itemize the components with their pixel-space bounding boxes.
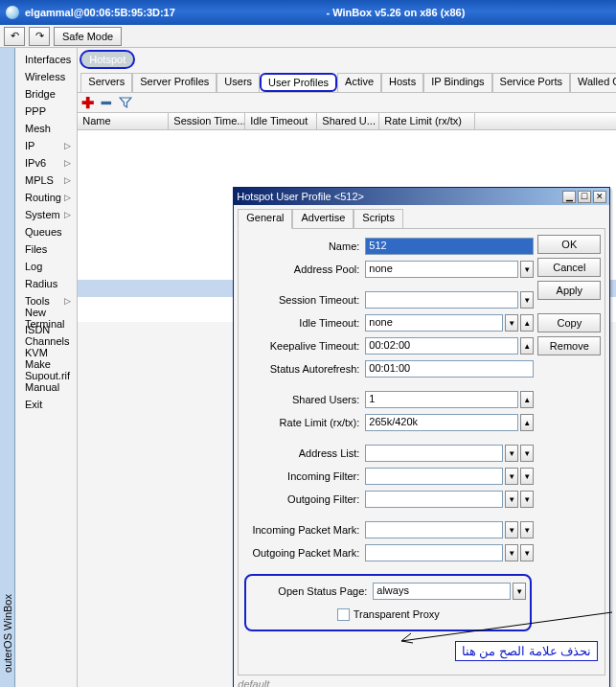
rate-limit-input[interactable]: 265k/420k — [365, 414, 518, 431]
idle-timeout-dropdown[interactable]: ▼ — [505, 314, 518, 332]
sub-tab-users[interactable]: Users — [217, 73, 260, 92]
grid-col-0[interactable]: Name — [78, 113, 169, 129]
sidebar-item-radius[interactable]: Radius — [15, 275, 77, 292]
dialog-tab-bar: GeneralAdvertiseScripts — [238, 209, 605, 228]
outgoing-packet-mark-expand[interactable]: ▼ — [520, 544, 534, 561]
address-list-label: Address List: — [242, 447, 365, 459]
sidebar-item-label: Bridge — [25, 88, 56, 100]
cancel-button[interactable]: Cancel — [537, 258, 601, 277]
sidebar-item-queues[interactable]: Queues — [15, 223, 77, 240]
sidebar-item-exit[interactable]: Exit — [15, 396, 77, 413]
address-pool-dropdown[interactable]: ▼ — [520, 261, 534, 278]
grid-col-2[interactable]: Idle Timeout — [245, 113, 317, 129]
remove-profile-button[interactable]: Remove — [537, 336, 601, 355]
address-list-input[interactable] — [365, 445, 503, 462]
annotation-note: نحذف علامة الصح من هنا — [455, 641, 598, 661]
name-input[interactable]: 512 — [365, 238, 534, 255]
sidebar-item-label: Wireless — [25, 71, 65, 82]
sidebar-item-system[interactable]: System▷ — [15, 206, 77, 223]
outgoing-filter-input[interactable] — [365, 491, 503, 508]
address-list-expand[interactable]: ▼ — [520, 445, 534, 462]
outgoing-packet-mark-input[interactable] — [365, 544, 503, 561]
sidebar-item-routing[interactable]: Routing▷ — [15, 189, 77, 206]
side-label-text: outerOS WinBox — [2, 594, 13, 673]
maximize-button[interactable]: ☐ — [578, 191, 591, 203]
session-timeout-expand[interactable]: ▼ — [520, 291, 534, 309]
sidebar-item-interfaces[interactable]: Interfaces — [15, 51, 77, 68]
keepalive-timeout-label: Keepalive Timeout: — [242, 340, 365, 352]
dialog-tab-scripts[interactable]: Scripts — [354, 209, 403, 228]
sidebar-item-label: IPv6 — [25, 157, 46, 169]
ok-button[interactable]: OK — [537, 235, 601, 254]
incoming-packet-mark-input[interactable] — [365, 521, 503, 538]
sub-tab-ip-bindings[interactable]: IP Bindings — [423, 73, 491, 92]
idle-timeout-collapse[interactable]: ▲ — [520, 314, 534, 332]
transparent-proxy-label: Transparent Proxy — [354, 608, 440, 620]
sub-tab-walled-ga[interactable]: Walled Ga — [570, 73, 616, 92]
sub-tab-servers[interactable]: Servers — [80, 73, 132, 92]
sidebar-item-mpls[interactable]: MPLS▷ — [15, 172, 77, 189]
sidebar-item-ppp[interactable]: PPP — [15, 103, 77, 120]
keepalive-timeout-input[interactable]: 00:02:00 — [365, 337, 518, 355]
outgoing-filter-expand[interactable]: ▼ — [520, 491, 534, 508]
dialog-tab-general[interactable]: General — [238, 209, 292, 229]
status-autorefresh-input[interactable]: 00:01:00 — [365, 360, 534, 378]
open-status-input[interactable]: always — [373, 583, 511, 600]
outgoing-filter-dropdown[interactable]: ▼ — [505, 491, 518, 508]
incoming-packet-mark-dropdown[interactable]: ▼ — [505, 521, 518, 538]
grid-col-4[interactable]: Rate Limit (rx/tx) — [379, 113, 475, 129]
incoming-filter-input[interactable] — [365, 468, 503, 485]
redo-button[interactable]: ↷ — [29, 27, 50, 46]
sidebar-item-files[interactable]: Files — [15, 240, 77, 258]
sidebar-item-log[interactable]: Log — [15, 258, 77, 275]
open-status-dropdown[interactable]: ▼ — [513, 583, 526, 600]
title-app: - WinBox v5.26 on x86 (x86) — [327, 7, 466, 18]
sidebar-item-wireless[interactable]: Wireless — [15, 68, 77, 85]
close-button[interactable]: ✕ — [593, 191, 606, 203]
sidebar-item-ip[interactable]: IP▷ — [15, 137, 77, 154]
idle-timeout-input[interactable]: none — [365, 314, 503, 332]
sub-tab-service-ports[interactable]: Service Ports — [492, 73, 570, 92]
sub-tab-hosts[interactable]: Hosts — [381, 73, 423, 92]
sidebar-item-make-supout-rif[interactable]: Make Supout.rif — [15, 361, 77, 378]
shared-users-collapse[interactable]: ▲ — [520, 391, 534, 408]
copy-button[interactable]: Copy — [537, 313, 601, 332]
sidebar-item-mesh[interactable]: Mesh — [15, 120, 77, 137]
grid-header: NameSession Time...Idle TimeoutShared U.… — [78, 113, 616, 130]
dialog-form: Name:512Address Pool:none▼Session Timeou… — [242, 235, 534, 669]
session-timeout-input[interactable] — [365, 291, 518, 309]
idle-timeout-label: Idle Timeout: — [242, 317, 365, 329]
incoming-filter-expand[interactable]: ▼ — [520, 468, 534, 485]
sidebar-item-isdn-channels[interactable]: ISDN Channels — [15, 327, 77, 344]
sub-tab-user-profiles[interactable]: User Profiles — [260, 73, 337, 92]
window-tab-hotspot[interactable]: Hotspot — [80, 50, 135, 69]
grid-col-3[interactable]: Shared U... — [317, 113, 379, 129]
undo-button[interactable]: ↶ — [4, 27, 25, 46]
add-button[interactable]: ✚ — [81, 94, 94, 112]
sidebar-item-label: System — [25, 209, 60, 220]
rate-limit-collapse[interactable]: ▲ — [520, 414, 534, 431]
dialog-tab-advertise[interactable]: Advertise — [292, 209, 354, 228]
apply-button[interactable]: Apply — [537, 281, 601, 300]
shared-users-input[interactable]: 1 — [365, 391, 518, 408]
address-list-dropdown[interactable]: ▼ — [505, 445, 518, 462]
app-icon — [6, 6, 19, 19]
incoming-packet-mark-expand[interactable]: ▼ — [520, 521, 534, 538]
grid-col-1[interactable]: Session Time... — [169, 113, 245, 129]
filter-icon[interactable] — [119, 96, 132, 109]
sub-tab-server-profiles[interactable]: Server Profiles — [132, 73, 217, 92]
shared-users-label: Shared Users: — [242, 394, 365, 405]
incoming-filter-dropdown[interactable]: ▼ — [505, 468, 518, 485]
keepalive-timeout-collapse[interactable]: ▲ — [520, 337, 534, 355]
sub-tab-active[interactable]: Active — [337, 73, 381, 92]
minimize-button[interactable]: ▁ — [562, 191, 576, 203]
safe-mode-button[interactable]: Safe Mode — [54, 27, 122, 46]
sidebar-item-bridge[interactable]: Bridge — [15, 85, 77, 103]
outgoing-packet-mark-dropdown[interactable]: ▼ — [505, 544, 518, 561]
transparent-proxy-checkbox[interactable] — [337, 608, 350, 621]
dialog-titlebar[interactable]: Hotspot User Profile <512> ▁ ☐ ✕ — [234, 188, 609, 205]
address-pool-input[interactable]: none — [365, 261, 518, 278]
sidebar-item-ipv6[interactable]: IPv6▷ — [15, 154, 77, 172]
remove-button[interactable]: ━ — [102, 94, 111, 112]
incoming-filter-label: Incoming Filter: — [242, 470, 365, 482]
